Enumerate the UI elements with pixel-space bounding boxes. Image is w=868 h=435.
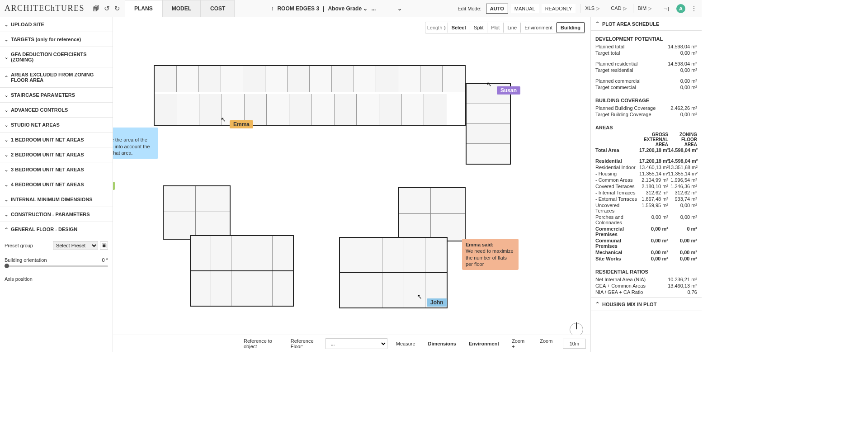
zoom-in-button[interactable]: Zoom + bbox=[508, 336, 531, 352]
canvas-area[interactable]: Select Split Plot Line Environment Build… bbox=[113, 17, 590, 352]
tool-environment-button[interactable]: Environment bbox=[521, 23, 557, 33]
panel-label: 3 BEDROOM UNIT NET AREAS bbox=[11, 167, 84, 172]
section-title: DEVELOPMENT POTENTIAL bbox=[595, 36, 697, 42]
user-tag-emma[interactable]: Emma bbox=[230, 120, 253, 128]
preset-select[interactable]: Select Preset bbox=[53, 241, 98, 250]
tool-plot-button[interactable]: Plot bbox=[487, 23, 504, 33]
row-value: 0,00 m² bbox=[680, 78, 697, 84]
row-c2: 1.246,36 m² bbox=[668, 184, 697, 189]
export-bim-button[interactable]: BIM ▷ bbox=[633, 4, 654, 13]
panel-three-bed[interactable]: ⌄3 BEDROOM UNIT NET AREAS bbox=[0, 162, 113, 177]
kebab-menu-icon[interactable]: ⋮ bbox=[691, 5, 697, 12]
row-label: Uncovered Terraces bbox=[595, 203, 639, 213]
mode-manual-button[interactable]: MANUAL bbox=[511, 4, 539, 13]
row-c1: 1.559,95 m² bbox=[639, 203, 668, 208]
redo-icon[interactable]: ↻ bbox=[114, 5, 120, 13]
above-grade-dropdown[interactable]: Above Grade ⌄ bbox=[328, 5, 368, 12]
measure-button[interactable]: Measure bbox=[392, 338, 420, 349]
undo-icon[interactable]: ↺ bbox=[104, 5, 110, 13]
mode-readonly-button[interactable]: READONLY bbox=[542, 4, 576, 13]
comment-emma[interactable]: Emma said: We need to maximize the numbe… bbox=[462, 239, 519, 270]
panel-upload-site[interactable]: ⌄UPLOAD SITE bbox=[0, 17, 113, 32]
tab-model[interactable]: MODEL bbox=[162, 0, 201, 17]
length-input[interactable] bbox=[425, 23, 448, 33]
chevron-down-icon: ⌄ bbox=[5, 108, 8, 113]
mode-auto-button[interactable]: AUTO bbox=[486, 4, 508, 14]
tool-split-button[interactable]: Split bbox=[470, 23, 487, 33]
arrow-up-icon[interactable]: ↑ bbox=[271, 5, 274, 12]
row-c1: 17.200,18 m² bbox=[639, 158, 668, 164]
preset-add-button[interactable]: ▣ bbox=[100, 241, 108, 250]
tab-plans[interactable]: PLANS bbox=[125, 0, 162, 17]
user-avatar[interactable]: A bbox=[676, 4, 685, 13]
user-tag-william[interactable]: William bbox=[113, 182, 115, 190]
row-label: Total Area bbox=[595, 147, 639, 153]
panel-label: UPLOAD SITE bbox=[11, 22, 44, 27]
room-edges-label[interactable]: ROOM EDGES 3 bbox=[277, 5, 319, 12]
tab-cost[interactable]: COST bbox=[201, 0, 235, 17]
row-c1: 0,00 m² bbox=[639, 250, 668, 255]
section-title: BUILDING COVERAGE bbox=[595, 98, 697, 103]
ref-floor-select[interactable]: ... bbox=[326, 338, 387, 349]
tool-select-button[interactable]: Select bbox=[448, 23, 470, 33]
row-c2: 0 m² bbox=[668, 226, 697, 232]
row-label: Mechanical bbox=[595, 250, 639, 255]
save-icon[interactable]: 🗐 bbox=[93, 5, 99, 12]
collapse-panel-icon[interactable]: →| bbox=[658, 5, 671, 13]
left-sidebar[interactable]: ⌄UPLOAD SITE ⌄TARGETS (only for referenc… bbox=[0, 17, 113, 352]
export-cad-button[interactable]: CAD ▷ bbox=[606, 4, 628, 13]
panel-general-floor[interactable]: ⌃GENERAL FLOOR - DESIGN bbox=[0, 222, 113, 236]
row-label: - External Terraces bbox=[595, 196, 639, 202]
dimensions-button[interactable]: Dimensions bbox=[424, 338, 460, 349]
comment-john[interactable]: John said: We can reduce the area of the… bbox=[113, 128, 158, 159]
chevron-down-icon: ⌄ bbox=[5, 152, 8, 157]
row-label: Communal Premises bbox=[595, 238, 639, 249]
chevron-down-icon: ⌄ bbox=[5, 55, 8, 60]
row-label: Porches and Colonnades bbox=[595, 214, 639, 225]
panel-min-dims[interactable]: ⌄INTERNAL MINIMUM DIMENSIONS bbox=[0, 192, 113, 207]
tool-line-button[interactable]: Line bbox=[504, 23, 521, 33]
row-value: 10.236,21 m² bbox=[668, 277, 697, 282]
row-label: - Common Areas bbox=[595, 177, 639, 183]
row-value: 0,00 m² bbox=[680, 85, 697, 90]
main-tabs: PLANS MODEL COST bbox=[125, 0, 235, 17]
row-c2: 933,74 m² bbox=[668, 196, 697, 202]
app-logo: ARCHITEChTURES bbox=[0, 4, 89, 13]
panel-gfa[interactable]: ⌄GFA DEDUCTION COEFICIENTS (ZONING) bbox=[0, 47, 113, 67]
scale-value: 10m bbox=[563, 339, 586, 349]
user-tag-john[interactable]: John bbox=[427, 298, 447, 307]
export-xls-button[interactable]: XLS ▷ bbox=[580, 4, 601, 13]
panel-plot-area-schedule[interactable]: ⌃ PLOT AREA SCHEDULE bbox=[591, 17, 702, 31]
zoom-out-button[interactable]: Zoom - bbox=[536, 336, 558, 352]
row-c2: 0,00 m² bbox=[668, 203, 697, 208]
chevron-up-icon: ⌃ bbox=[5, 75, 8, 80]
panel-one-bed[interactable]: ⌄1 BEDROOM UNIT NET AREAS bbox=[0, 132, 113, 147]
ellipsis-dropdown[interactable]: ... bbox=[371, 5, 376, 12]
floorplan-2[interactable] bbox=[163, 185, 294, 311]
panel-targets[interactable]: ⌄TARGETS (only for reference) bbox=[0, 32, 113, 47]
panel-excluded-areas[interactable]: ⌃AREAS EXCLUDED FROM ZONING FLOOR AREA bbox=[0, 67, 113, 88]
floorplan-1[interactable] bbox=[154, 65, 466, 126]
right-sidebar[interactable]: ⌃ PLOT AREA SCHEDULE DEVELOPMENT POTENTI… bbox=[590, 17, 702, 352]
tool-building-button[interactable]: Building bbox=[557, 22, 585, 33]
row-c1: 2.104,99 m² bbox=[639, 177, 668, 183]
ref-to-object-button[interactable]: Reference to object bbox=[240, 336, 286, 352]
panel-two-bed[interactable]: ⌄2 BEDROOM UNIT NET AREAS bbox=[0, 147, 113, 162]
chevron-up-icon: ⌃ bbox=[595, 21, 599, 27]
environment-button[interactable]: Environment bbox=[465, 338, 503, 349]
separator: | bbox=[323, 5, 324, 12]
chevron-down-icon[interactable]: ⌄ bbox=[397, 5, 402, 12]
panel-construction[interactable]: ⌄CONSTRUCTION - PARAMETERS bbox=[0, 207, 113, 222]
comment-text: We need to maximize the number of flats … bbox=[466, 248, 514, 267]
panel-staircase[interactable]: ⌄STAIRCASE PARAMETERS bbox=[0, 88, 113, 103]
row-c2: 14.598,04 m² bbox=[668, 158, 697, 164]
floorplan-3[interactable] bbox=[339, 187, 466, 312]
panel-studio[interactable]: ⌄STUDIO NET AREAS bbox=[0, 118, 113, 132]
panel-advanced[interactable]: ⌄ADVANCED CONTROLS bbox=[0, 103, 113, 118]
panel-four-bed[interactable]: ⌄4 BEDROOM UNIT NET AREAS bbox=[0, 177, 113, 192]
chevron-down-icon: ⌄ bbox=[5, 22, 8, 27]
row-c2: 1.996,54 m² bbox=[668, 177, 697, 183]
orientation-slider[interactable] bbox=[5, 265, 108, 271]
panel-housing-mix[interactable]: ⌃ HOUSING MIX IN PLOT bbox=[591, 297, 702, 311]
user-tag-susan[interactable]: Susan bbox=[497, 86, 520, 95]
